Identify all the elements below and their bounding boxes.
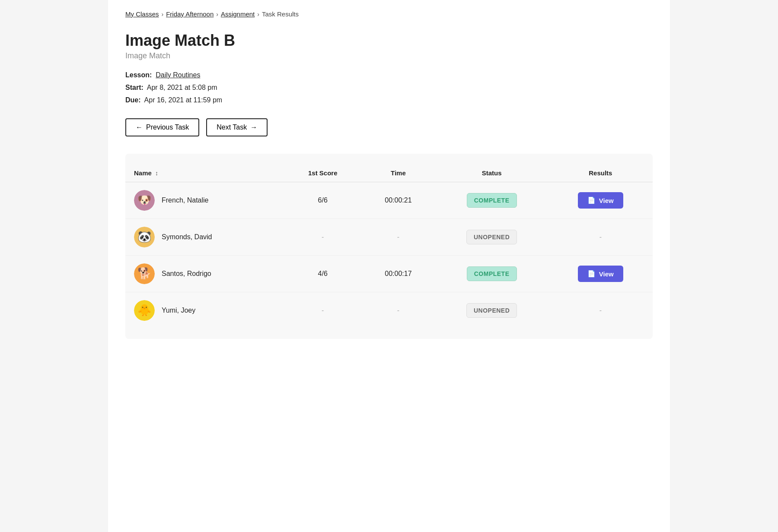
- student-name-joey: Yumi, Joey: [162, 307, 195, 314]
- col-time: Time: [361, 164, 435, 182]
- no-results-joey: -: [599, 307, 602, 314]
- avatar-joey: 🐥: [134, 300, 155, 321]
- breadcrumb-assignment[interactable]: Assignment: [221, 10, 255, 18]
- student-cell-natalie: 🐶 French, Natalie: [125, 182, 284, 219]
- breadcrumb-sep-1: ›: [162, 11, 164, 18]
- lesson-label: Lesson:: [125, 71, 152, 79]
- next-task-button[interactable]: Next Task →: [206, 118, 268, 136]
- student-cell-rodrigo: 🐕 Santos, Rodrigo: [125, 256, 284, 292]
- col-name: Name ↕: [125, 164, 284, 182]
- status-badge-natalie: COMPLETE: [467, 193, 517, 208]
- breadcrumb-task-results: Task Results: [262, 10, 299, 18]
- results-cell-rodrigo: 📄 View: [548, 256, 653, 292]
- avatar-david: 🐼: [134, 227, 155, 247]
- table-row: 🐥 Yumi, Joey --UNOPENED-: [125, 292, 653, 329]
- breadcrumb-friday-afternoon[interactable]: Friday Afternoon: [166, 10, 214, 18]
- previous-task-label: Previous Task: [146, 124, 189, 131]
- student-cell-joey: 🐥 Yumi, Joey: [125, 292, 284, 329]
- previous-task-button[interactable]: ← Previous Task: [125, 118, 199, 136]
- document-icon-natalie: 📄: [587, 196, 596, 204]
- view-label-natalie: View: [599, 197, 614, 204]
- results-section: Name ↕ 1st Score Time Status Results 🐶 F…: [125, 154, 653, 339]
- avatar-natalie: 🐶: [134, 190, 155, 211]
- start-info: Start: Apr 8, 2021 at 5:08 pm: [125, 82, 653, 94]
- status-badge-joey: UNOPENED: [466, 303, 517, 318]
- table-row: 🐼 Symonds, David --UNOPENED-: [125, 219, 653, 256]
- status-badge-david: UNOPENED: [466, 230, 517, 244]
- score-natalie: 6/6: [284, 182, 361, 219]
- time-david: -: [361, 219, 435, 256]
- time-joey: -: [361, 292, 435, 329]
- status-cell-rodrigo: COMPLETE: [435, 256, 548, 292]
- student-cell-david: 🐼 Symonds, David: [125, 219, 284, 256]
- student-name-rodrigo: Santos, Rodrigo: [162, 270, 211, 278]
- col-status: Status: [435, 164, 548, 182]
- table-row: 🐕 Santos, Rodrigo 4/600:00:17COMPLETE 📄 …: [125, 256, 653, 292]
- score-joey: -: [284, 292, 361, 329]
- meta-info: Lesson: Daily Routines Start: Apr 8, 202…: [125, 69, 653, 106]
- results-table: Name ↕ 1st Score Time Status Results 🐶 F…: [125, 164, 653, 329]
- time-natalie: 00:00:21: [361, 182, 435, 219]
- avatar-rodrigo: 🐕: [134, 263, 155, 284]
- page-wrapper: My Classes › Friday Afternoon › Assignme…: [108, 0, 670, 532]
- due-label: Due:: [125, 96, 141, 104]
- next-task-label: Next Task: [217, 124, 247, 131]
- sort-icon[interactable]: ↕: [155, 170, 158, 177]
- lesson-link[interactable]: Daily Routines: [156, 71, 200, 79]
- view-label-rodrigo: View: [599, 270, 614, 278]
- svg-text:🐥: 🐥: [137, 303, 152, 317]
- left-arrow-icon: ←: [136, 124, 143, 131]
- task-navigation: ← Previous Task Next Task →: [125, 118, 653, 136]
- svg-text:🐶: 🐶: [137, 193, 152, 207]
- student-name-natalie: French, Natalie: [162, 196, 209, 204]
- start-label: Start:: [125, 84, 143, 91]
- document-icon-rodrigo: 📄: [587, 270, 596, 278]
- breadcrumb: My Classes › Friday Afternoon › Assignme…: [125, 10, 653, 18]
- score-david: -: [284, 219, 361, 256]
- right-arrow-icon: →: [250, 124, 257, 131]
- svg-text:🐼: 🐼: [137, 230, 152, 244]
- due-value: Apr 16, 2021 at 11:59 pm: [144, 96, 223, 104]
- task-subtitle: Image Match: [125, 51, 653, 60]
- results-cell-natalie: 📄 View: [548, 182, 653, 219]
- start-value: Apr 8, 2021 at 5:08 pm: [147, 84, 217, 91]
- table-header-row: Name ↕ 1st Score Time Status Results: [125, 164, 653, 182]
- view-button-natalie[interactable]: 📄 View: [578, 192, 623, 209]
- col-score: 1st Score: [284, 164, 361, 182]
- status-cell-joey: UNOPENED: [435, 292, 548, 329]
- svg-text:🐕: 🐕: [137, 266, 152, 280]
- time-rodrigo: 00:00:17: [361, 256, 435, 292]
- breadcrumb-sep-2: ›: [216, 11, 218, 18]
- page-title: Image Match B: [125, 32, 653, 50]
- breadcrumb-sep-3: ›: [257, 11, 259, 18]
- breadcrumb-my-classes[interactable]: My Classes: [125, 10, 159, 18]
- score-rodrigo: 4/6: [284, 256, 361, 292]
- student-name-david: Symonds, David: [162, 233, 212, 241]
- status-badge-rodrigo: COMPLETE: [467, 266, 517, 281]
- results-cell-david: -: [548, 219, 653, 256]
- lesson-info: Lesson: Daily Routines: [125, 69, 653, 82]
- status-cell-david: UNOPENED: [435, 219, 548, 256]
- col-results: Results: [548, 164, 653, 182]
- table-row: 🐶 French, Natalie 6/600:00:21COMPLETE 📄 …: [125, 182, 653, 219]
- results-cell-joey: -: [548, 292, 653, 329]
- status-cell-natalie: COMPLETE: [435, 182, 548, 219]
- no-results-david: -: [599, 233, 602, 241]
- view-button-rodrigo[interactable]: 📄 View: [578, 266, 623, 282]
- due-info: Due: Apr 16, 2021 at 11:59 pm: [125, 94, 653, 107]
